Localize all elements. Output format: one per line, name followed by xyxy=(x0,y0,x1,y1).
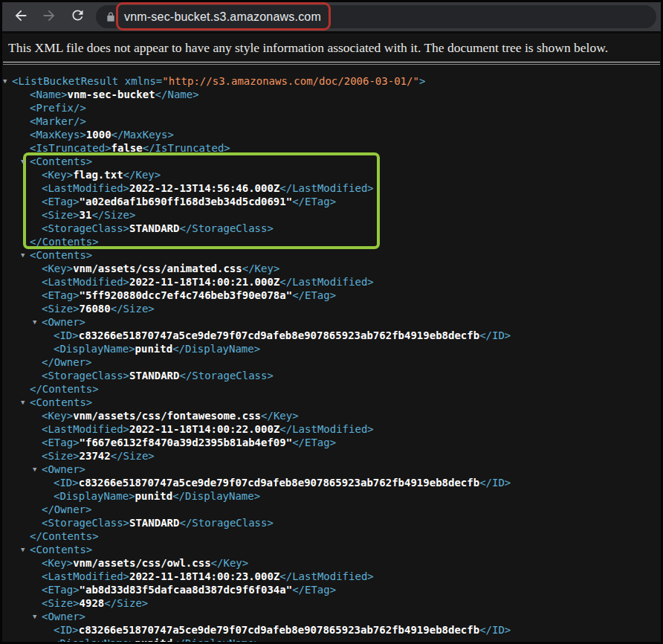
xml-line: <Prefix/> xyxy=(2,101,661,115)
xml-tag: <Size> xyxy=(42,597,80,609)
xml-tag: <LastModified> xyxy=(42,182,129,194)
xml-tag: <DisplayName> xyxy=(54,637,135,644)
xml-text-value: "a02ed6af1b690ff168d3eb34d5cd0691" xyxy=(80,196,293,207)
xml-line: <DisplayName>punitd</DisplayName> xyxy=(2,637,661,644)
address-bar[interactable]: vnm-sec-bucket.s3.amazonaws.com xyxy=(96,5,656,28)
collapse-toggle-icon[interactable]: ▼ xyxy=(33,463,36,476)
xml-tag: </Key> xyxy=(123,169,161,181)
xml-line: <LastModified>2022-11-18T14:00:22.000Z</… xyxy=(2,422,661,436)
xml-tag: </ID> xyxy=(479,329,511,341)
reload-icon xyxy=(70,7,85,26)
xml-tag: </LastModified> xyxy=(279,423,373,435)
xml-tag: </Key> xyxy=(211,557,249,569)
xml-line: ▼<Owner> xyxy=(2,315,661,329)
xml-text-value: punitd xyxy=(135,490,173,502)
back-arrow-icon xyxy=(13,7,29,27)
xml-line: <Size>31</Size> xyxy=(2,208,661,222)
xml-line: <LastModified>2022-11-18T14:00:23.000Z</… xyxy=(2,570,661,583)
xml-tag: </Size> xyxy=(104,597,148,609)
browser-window: vnm-sec-bucket.s3.amazonaws.com This XML… xyxy=(0,0,663,644)
xml-line: <StorageClass>STANDARD</StorageClass> xyxy=(2,369,661,382)
collapse-toggle-icon[interactable]: ▼ xyxy=(21,543,25,556)
xml-line: <Size>23742</Size> xyxy=(2,449,661,463)
xml-text-value: 23742 xyxy=(80,450,111,462)
xml-line: ▼<Contents> xyxy=(2,543,661,556)
xml-tag: <Key> xyxy=(42,263,73,274)
xml-tag: <StorageClass> xyxy=(42,370,129,381)
xml-tag: </ETag> xyxy=(292,437,336,448)
xml-tag: </ETag> xyxy=(292,289,336,301)
xml-text-value: 1000 xyxy=(86,129,111,141)
notice-divider xyxy=(3,62,660,65)
forward-button[interactable] xyxy=(39,7,59,27)
xml-tag: </ID> xyxy=(479,477,511,489)
xml-tag: </DisplayName> xyxy=(172,490,260,502)
xml-tag: <Owner> xyxy=(42,316,85,328)
xml-tag: <DisplayName> xyxy=(54,343,135,355)
xml-tag: </Owner> xyxy=(42,503,91,515)
xml-attr-value: "http://s3.amazonaws.com/doc/2006-03-01/… xyxy=(162,75,419,87)
xml-tag: <Prefix/> xyxy=(30,102,86,114)
xml-text-value: punitd xyxy=(135,637,173,644)
xml-tag: <LastModified> xyxy=(42,423,129,435)
xml-line: ▼<Owner> xyxy=(2,610,661,623)
xml-viewer-page: This XML file does not appear to have an… xyxy=(2,33,661,644)
xml-line: <Size>76080</Size> xyxy=(2,302,661,315)
xml-tag: </MaxKeys> xyxy=(111,129,174,141)
collapse-toggle-icon[interactable]: ▼ xyxy=(3,74,7,88)
xml-tag: </LastModified> xyxy=(279,182,373,194)
xml-tag: <ETag> xyxy=(42,584,80,596)
browser-toolbar: vnm-sec-bucket.s3.amazonaws.com xyxy=(2,2,661,33)
xml-line: </Owner> xyxy=(2,355,661,369)
reload-button[interactable] xyxy=(68,7,87,27)
xml-line: <ID>c83266e51870747a5ce9de79f07cd9afeb8e… xyxy=(2,623,661,637)
back-button[interactable] xyxy=(11,7,30,27)
xml-style-notice: This XML file does not appear to have an… xyxy=(2,33,661,56)
xml-tag: <IsTruncated> xyxy=(30,142,111,154)
xml-tag: <Marker/> xyxy=(30,115,86,127)
xml-text-value: "f667e6132f8470a39d2395b81ab4ef09" xyxy=(80,437,293,448)
lock-icon[interactable] xyxy=(106,11,116,23)
xml-line: ▼<Contents> xyxy=(2,248,661,262)
xml-text-value: STANDARD xyxy=(129,517,179,529)
collapse-toggle-icon[interactable]: ▼ xyxy=(33,315,36,329)
xml-line: <Marker/> xyxy=(2,115,661,128)
xml-tag: <Name> xyxy=(30,88,68,100)
xml-tag: </Size> xyxy=(111,450,155,462)
xml-tag: </IsTruncated> xyxy=(143,142,230,154)
xml-line: ▼<Owner> xyxy=(2,463,661,476)
xml-tag: <StorageClass> xyxy=(42,517,129,529)
xml-tag: <Owner> xyxy=(42,611,85,622)
xml-tag: <ID> xyxy=(54,329,79,341)
xml-line: <Key>vnm/assets/css/fontawesome.css</Key… xyxy=(2,409,661,422)
xml-tag: <DisplayName> xyxy=(54,490,135,502)
collapse-toggle-icon[interactable]: ▼ xyxy=(21,248,25,262)
xml-tag: </Key> xyxy=(261,410,299,422)
xml-text-value: 76080 xyxy=(80,303,111,315)
xml-tag: </Size> xyxy=(91,209,135,221)
collapse-toggle-icon[interactable]: ▼ xyxy=(33,610,36,623)
url-text[interactable]: vnm-sec-bucket.s3.amazonaws.com xyxy=(124,10,321,24)
xml-text-value: 2022-11-18T14:00:21.000Z xyxy=(129,276,279,288)
xml-text-value: c83266e51870747a5ce9de79f07cd9afeb8e9078… xyxy=(79,477,479,489)
xml-text-value: vnm/assets/css/owl.css xyxy=(73,557,210,569)
collapse-toggle-icon[interactable]: ▼ xyxy=(21,396,25,409)
xml-tag: </ID> xyxy=(479,624,511,636)
xml-line: <LastModified>2022-11-18T14:00:21.000Z</… xyxy=(2,275,661,289)
xml-tag: <Key> xyxy=(42,169,73,181)
xml-tag: <Size> xyxy=(42,303,80,315)
xml-tag: </Size> xyxy=(111,303,155,315)
xml-tag: </Key> xyxy=(242,263,280,274)
xml-tag: </ETag> xyxy=(292,196,336,207)
xml-line: <MaxKeys>1000</MaxKeys> xyxy=(2,128,661,141)
xml-text-value: c83266e51870747a5ce9de79f07cd9afeb8e9078… xyxy=(79,329,479,341)
xml-text-value: 31 xyxy=(80,209,92,221)
xml-text-value: false xyxy=(111,142,143,154)
xml-line: <IsTruncated>false</IsTruncated> xyxy=(2,141,661,155)
xml-text-value: 2022-11-18T14:00:22.000Z xyxy=(129,423,279,435)
xml-tag: <MaxKeys> xyxy=(30,129,86,141)
xml-tag: <LastModified> xyxy=(42,570,129,582)
xml-line: <ETag>"ab8d33d83f5dafcaa8d387dc9f6f034a"… xyxy=(2,583,661,596)
collapse-toggle-icon[interactable]: ▼ xyxy=(21,155,25,168)
xml-tag: <Contents> xyxy=(30,155,92,167)
